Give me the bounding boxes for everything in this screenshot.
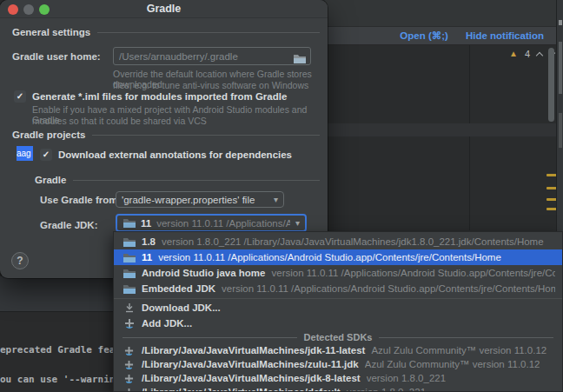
download-annotations-label: Download external annotations for depend… [58, 149, 292, 160]
add-icon [123, 346, 136, 355]
detected-sdk-option[interactable]: /Library/Java/JavaVirtualMachines/zulu-1… [114, 357, 562, 371]
general-settings-section: General settings [12, 27, 320, 37]
download-annotations-checkbox[interactable]: ✓ [40, 149, 52, 161]
generate-iml-label: Generate *.iml files for modules importe… [32, 91, 287, 102]
tool-window-label [559, 42, 562, 94]
jdk-detail: version 1.8.0_221 /Library/Java/JavaVirt… [162, 236, 544, 247]
sdk-path: /Library/Java/JavaVirtualMachines/jdk-11… [142, 345, 365, 355]
detected-sdk-option[interactable]: /Library/Java/JavaVirtualMachines/defaul… [114, 385, 562, 392]
sdk-detail: version 1.8.0_221 [367, 373, 446, 383]
gradle-projects-section: Gradle projects [12, 130, 320, 140]
sdk-path: /Library/Java/JavaVirtualMachines/jdk-8-… [142, 373, 361, 383]
jdk-folder-icon [123, 269, 136, 278]
jdk-folder-icon [123, 237, 136, 247]
console-line: eprecated Gradle featu [0, 344, 116, 355]
jdk-option[interactable]: Android Studio java home version 11.0.11… [114, 265, 562, 281]
use-gradle-from-label: Use Gradle from: [40, 195, 121, 205]
sdk-detail: version 1.8.0_221 [347, 387, 426, 392]
notification-bar: Open (⌘;) Hide notification [321, 26, 556, 45]
selected-value: 'gradle-wrapper.properties' file [122, 195, 255, 205]
jdk-option[interactable]: Embedded JDK version 11.0.11 /Applicatio… [114, 281, 562, 296]
selected-jdk-detail: version 11.0.11 /Applications/Androic [156, 218, 290, 229]
selected-jdk-name: 11 [141, 218, 151, 229]
jdk-detail: version 11.0.11 /Applications/Android St… [271, 268, 555, 278]
detected-sdks-header: Detected SDKs [114, 331, 562, 343]
sdk-path: /Library/Java/JavaVirtualMachines/defaul… [142, 387, 341, 392]
jdk-detail: version 11.0.11 /Applications/Android St… [158, 252, 501, 262]
jdk-name: Embedded JDK [142, 283, 215, 294]
use-gradle-from-select[interactable]: 'gradle-wrapper.properties' file ▾ [116, 191, 284, 208]
detected-sdk-option[interactable]: /Library/Java/JavaVirtualMachines/jdk-11… [114, 343, 562, 357]
jdk-name: 11 [142, 252, 152, 262]
jdk-folder-icon [123, 253, 136, 262]
header-label: Detected SDKs [304, 332, 373, 342]
hide-notification-link[interactable]: Hide notification [466, 30, 544, 41]
jdk-detail: version 11.0.11 /Applications/Android St… [222, 283, 555, 294]
add-icon [123, 360, 136, 369]
checkmark-icon: ✓ [43, 150, 50, 159]
gradle-user-home-input[interactable] [113, 47, 311, 65]
add-icon [123, 374, 136, 383]
user-home-hint: files, e.g. to tune anti-virus software … [113, 80, 308, 90]
editor-highlight-band [321, 123, 556, 136]
jdk-folder-icon [123, 218, 136, 228]
screen: Open (⌘;) Hide notification ▲ 4 eprecate… [0, 0, 563, 392]
section-label: Gradle [35, 175, 66, 185]
minimize-button[interactable] [23, 4, 34, 15]
gradle-jdk-select[interactable]: 11 version 11.0.11 /Applications/Androic… [116, 214, 307, 232]
checkmark-icon: ✓ [17, 92, 23, 101]
sdk-path: /Library/Java/JavaVirtualMachines/zulu-1… [142, 359, 359, 369]
generate-iml-hint: modules so that it could be shared via V… [32, 116, 207, 126]
jdk-name: 1.8 [142, 236, 156, 247]
tool-window-icon [559, 20, 562, 25]
action-label: Download JDK... [142, 302, 221, 313]
gradle-subsection: Gradle [35, 175, 320, 185]
detected-sdk-option[interactable]: /Library/Java/JavaVirtualMachines/jdk-8-… [114, 371, 562, 385]
dialog-titlebar: Gradle [0, 0, 328, 18]
generate-iml-checkbox[interactable]: ✓ [14, 90, 26, 103]
jdk-dropdown-popup: 1.8 version 1.8.0_221 /Library/Java/Java… [113, 231, 563, 392]
chevron-down-icon: ▾ [295, 218, 300, 228]
zoom-button[interactable] [39, 4, 50, 15]
tool-window-label [559, 113, 562, 148]
open-link[interactable]: Open (⌘;) [400, 30, 448, 42]
add-icon [123, 318, 136, 329]
chevron-down-icon: ▾ [274, 195, 278, 204]
editor-scrollbar-thumb[interactable] [548, 48, 554, 122]
download-jdk-option[interactable]: Download JDK... [114, 300, 562, 316]
browse-folder-icon[interactable] [294, 51, 306, 67]
sdk-detail: Azul Zulu Community™ version 11.0.12 [365, 359, 540, 369]
previous-warning-icon[interactable] [536, 51, 543, 58]
ide-window-top [321, 0, 563, 26]
help-button[interactable]: ? [11, 252, 29, 269]
sdk-detail: Azul Zulu Community™ version 11.0.12 [371, 345, 546, 355]
add-icon [123, 388, 136, 392]
gradle-jdk-label: Gradle JDK: [40, 220, 97, 230]
download-icon [123, 302, 136, 313]
console-line: ou can use '--warning- [0, 374, 116, 385]
jdk-folder-icon [123, 284, 136, 294]
warning-icon: ▲ [509, 50, 518, 58]
jdk-option[interactable]: 1.8 version 1.8.0_221 /Library/Java/Java… [114, 234, 562, 249]
editor-split-divider [469, 45, 470, 230]
close-button[interactable] [8, 4, 18, 15]
section-label: Gradle projects [12, 130, 85, 140]
section-label: General settings [12, 27, 90, 37]
gradle-user-home-label: Gradle user home: [12, 51, 101, 62]
add-jdk-option[interactable]: Add JDK... [114, 316, 562, 331]
jdk-option-selected[interactable]: 11 version 11.0.11 /Applications/Android… [114, 249, 562, 265]
popup-separator [114, 298, 562, 299]
action-label: Add JDK... [142, 318, 192, 329]
project-list-item[interactable]: aag [17, 146, 33, 161]
warning-count: 4 [525, 49, 530, 59]
jdk-name: Android Studio java home [142, 268, 265, 278]
